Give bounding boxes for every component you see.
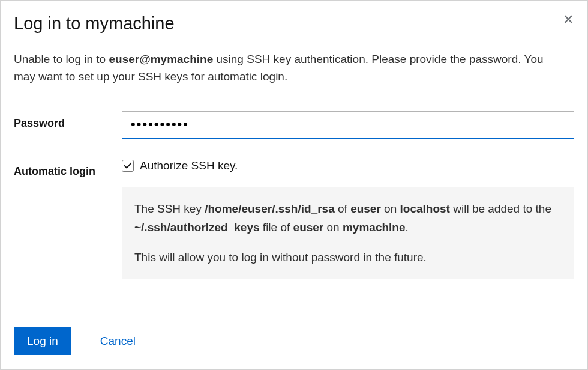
login-button[interactable]: Log in (14, 327, 71, 355)
auto-login-label: Automatic login (14, 159, 122, 178)
desc-text-pre: Unable to log in to (14, 53, 109, 65)
ssh-info-box: The SSH key /home/euser/.ssh/id_rsa of e… (122, 187, 574, 279)
ssh-info-line-1: The SSH key /home/euser/.ssh/id_rsa of e… (134, 199, 562, 237)
info-text: of (335, 202, 350, 215)
password-label: Password (14, 111, 122, 130)
close-button[interactable]: ✕ (560, 11, 577, 28)
auto-login-row: Automatic login Authorize SSH key. The S… (14, 159, 574, 279)
info-user2: euser (293, 221, 324, 234)
auto-login-control: Authorize SSH key. The SSH key /home/eus… (122, 159, 574, 279)
close-icon: ✕ (563, 12, 574, 27)
ssh-info-line-2: This will allow you to log in without pa… (134, 248, 562, 267)
info-text: . (406, 221, 409, 234)
dialog-description: Unable to log in to euser@mymachine usin… (14, 50, 566, 86)
cancel-button[interactable]: Cancel (95, 329, 140, 354)
info-text: The SSH key (134, 202, 205, 215)
info-auth-file: ~/.ssh/authorized_keys (134, 221, 260, 234)
dialog-title: Log in to mymachine (14, 14, 574, 34)
info-text: on (381, 202, 400, 215)
info-text: file of (260, 221, 293, 234)
login-dialog: Log in to mymachine ✕ Unable to log in t… (0, 0, 588, 370)
dialog-footer: Log in Cancel (14, 327, 140, 355)
desc-user-host: euser@mymachine (109, 53, 213, 65)
password-input[interactable] (122, 111, 574, 139)
info-text: will be added to the (450, 202, 551, 215)
info-host1: localhost (400, 202, 450, 215)
info-user1: euser (350, 202, 381, 215)
password-row: Password (14, 111, 574, 139)
authorize-ssh-label: Authorize SSH key. (140, 159, 238, 172)
info-text: on (323, 221, 343, 234)
authorize-ssh-checkbox[interactable] (122, 160, 134, 172)
password-control (122, 111, 574, 139)
info-host2: mymachine (343, 221, 406, 234)
info-key-path: /home/euser/.ssh/id_rsa (205, 202, 335, 215)
check-icon (124, 162, 132, 170)
authorize-ssh-checkbox-row: Authorize SSH key. (122, 159, 574, 172)
